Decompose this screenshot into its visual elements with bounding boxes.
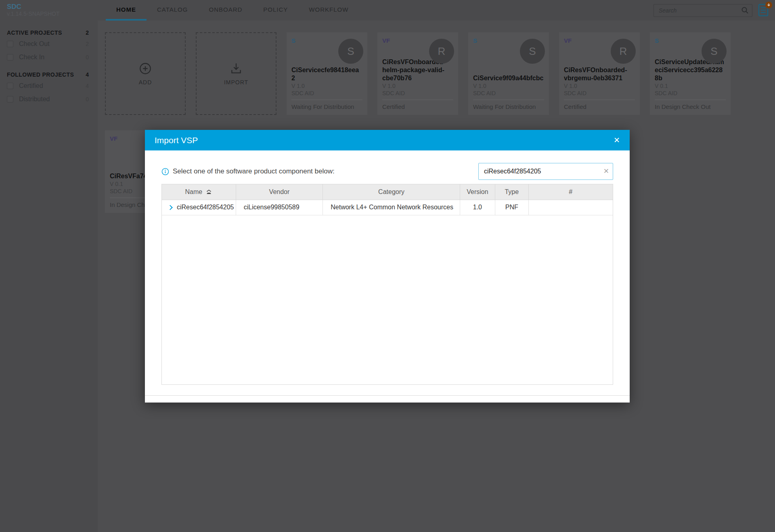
card-version: V 1.0: [564, 82, 635, 90]
close-icon[interactable]: ✕: [614, 136, 620, 144]
filter-distributed[interactable]: Distributed 0: [0, 94, 98, 104]
vsp-hash: [528, 200, 613, 215]
section-title: ACTIVE PROJECTS: [7, 29, 62, 36]
vsp-type: PNF: [495, 200, 528, 215]
card-version: V 1.0: [473, 82, 544, 90]
filter-check-in[interactable]: Check In 0: [0, 52, 98, 63]
avatar: S: [520, 39, 545, 64]
catalog-card[interactable]: S S CiServicecfe98418eea2 V 1.0 SDC AID …: [287, 32, 367, 115]
card-status: Certified: [382, 100, 453, 115]
table-header-row: Name Vendor Category V: [162, 184, 613, 200]
vsp-vendor: ciLicense99850589: [236, 200, 323, 215]
card-author: SDC AID: [382, 90, 453, 97]
filter-check-out[interactable]: Check Out 2: [0, 38, 98, 49]
section-count: 2: [86, 29, 89, 36]
catalog-card[interactable]: VF R CiResVFOnboarded-vbrgemu-0eb36371 V…: [559, 32, 640, 115]
card-author: SDC AID: [291, 90, 362, 97]
card-title: CiService9f09a44bfcbc: [473, 74, 544, 82]
left-filter-panel: ACTIVE PROJECTS 2 Check Out 2 Check In 0…: [0, 21, 98, 532]
card-version: V 1.0: [291, 82, 362, 90]
column-header-version[interactable]: Version: [460, 184, 495, 200]
vsp-version: 1.0: [460, 200, 495, 215]
download-badge-icon: [765, 2, 772, 8]
info-icon: [161, 168, 169, 175]
nav-item-workflow[interactable]: WORKFLOW: [298, 0, 359, 21]
search-icon: [741, 6, 749, 15]
avatar: S: [702, 39, 727, 64]
vsp-row[interactable]: ciResec64f2854205 ciLicense99850589 Netw…: [162, 200, 613, 215]
card-status: Certified: [564, 100, 635, 115]
import-icon: [229, 62, 243, 75]
expand-row-icon[interactable]: [168, 205, 173, 210]
column-header-hash[interactable]: #: [528, 184, 613, 200]
card-title: CiServicecfe98418eea2: [291, 66, 362, 82]
checkbox-icon[interactable]: [7, 83, 13, 89]
sort-asc-icon: [205, 190, 212, 194]
catalog-card[interactable]: VF R CiResVFOnboarded-helm-package-valid…: [377, 32, 458, 115]
card-author: SDC AID: [655, 90, 726, 97]
modal-body: Select one of the software product compo…: [145, 150, 630, 385]
clear-search-icon[interactable]: ✕: [603, 167, 609, 175]
header-right: [654, 0, 775, 21]
column-header-type[interactable]: Type: [495, 184, 528, 200]
nav-item-policy[interactable]: POLICY: [253, 0, 298, 21]
vsp-table: Name Vendor Category V: [161, 184, 613, 385]
card-status: Waiting For Distribution: [291, 100, 362, 115]
column-header-name[interactable]: Name: [162, 184, 236, 200]
checkbox-icon[interactable]: [7, 54, 13, 61]
avatar: S: [338, 39, 363, 64]
section-count: 4: [86, 71, 89, 78]
card-version: V 0.1: [655, 82, 726, 90]
nav-item-catalog[interactable]: CATALOG: [147, 0, 198, 21]
active-projects-section: ACTIVE PROJECTS 2 Check Out 2 Check In 0: [0, 21, 98, 63]
import-vsp-modal: Import VSP ✕ Select one of the software …: [145, 130, 630, 403]
instruction-text: Select one of the software product compo…: [173, 167, 335, 175]
card-author: SDC AID: [564, 90, 635, 97]
top-header: SDC v.1.14.5-SNAPSHOT HOME CATALOG ONBOA…: [0, 0, 775, 21]
checkbox-icon[interactable]: [7, 96, 13, 102]
nav-item-home[interactable]: HOME: [106, 0, 147, 21]
add-tile[interactable]: ADD: [105, 32, 186, 115]
nav-item-onboard[interactable]: ONBOARD: [198, 0, 253, 21]
modal-header: Import VSP ✕: [145, 130, 630, 150]
import-tile[interactable]: IMPORT: [196, 32, 276, 115]
app-logo-title: SDC: [7, 3, 98, 10]
add-icon: [138, 62, 152, 75]
catalog-card[interactable]: S S CiServiceUpdatedNameciServicecc395a6…: [650, 32, 731, 115]
app-version: v.1.14.5-SNAPSHOT: [7, 10, 98, 17]
modal-footer: [145, 395, 630, 403]
followed-projects-section: FOLLOWED PROJECTS 4 Certified 4 Distribu…: [0, 63, 98, 104]
card-version: V 1.0: [382, 82, 453, 90]
column-header-vendor[interactable]: Vendor: [236, 184, 323, 200]
app-logo: SDC v.1.14.5-SNAPSHOT: [0, 0, 98, 21]
filter-certified[interactable]: Certified 4: [0, 80, 98, 91]
vsp-repository-icon[interactable]: [758, 4, 769, 17]
vsp-name: ciResec64f2854205: [177, 204, 234, 211]
card-title: CiResVFOnboarded-vbrgemu-0eb36371: [564, 66, 635, 82]
vsp-category: Network L4+ Common Network Resources: [323, 200, 460, 215]
section-title: FOLLOWED PROJECTS: [7, 71, 74, 78]
checkbox-icon[interactable]: [7, 41, 13, 47]
info-row: Select one of the software product compo…: [161, 167, 335, 175]
column-header-category[interactable]: Category: [323, 184, 460, 200]
catalog-card[interactable]: S S CiService9f09a44bfcbc V 1.0 SDC AID …: [468, 32, 549, 115]
card-author: SDC AID: [473, 90, 544, 97]
avatar: R: [611, 39, 636, 64]
modal-title: Import VSP: [155, 136, 198, 145]
card-status: Waiting For Distribution: [473, 100, 544, 115]
vsp-filter-input[interactable]: [478, 163, 613, 180]
vsp-search-wrap: ✕: [478, 163, 613, 180]
global-search-input[interactable]: [654, 4, 752, 17]
card-status: In Design Check Out: [655, 100, 726, 115]
main-nav: HOME CATALOG ONBOARD POLICY WORKFLOW: [106, 0, 359, 21]
avatar: R: [429, 39, 454, 64]
